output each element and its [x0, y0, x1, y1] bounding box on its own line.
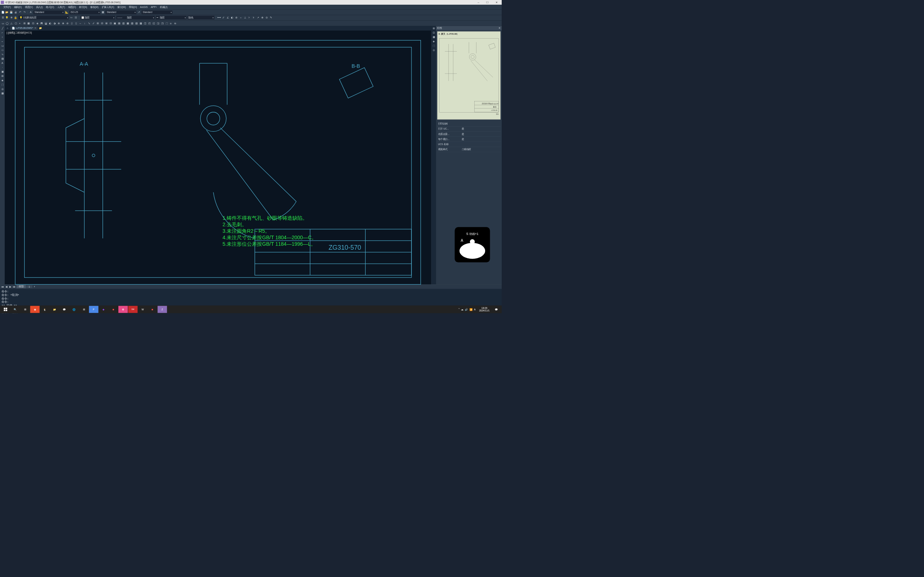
menu-draw[interactable]: 绘图(D) — [66, 5, 77, 9]
app-icon[interactable]: 🐧 — [40, 306, 50, 313]
plotstyle-dropdown[interactable]: 随色 — [187, 16, 215, 20]
palette-icon[interactable]: ⬚ — [432, 44, 435, 48]
prop-row[interactable]: UCS 名称 — [437, 142, 501, 147]
menu-app[interactable]: APP+ — [149, 6, 158, 9]
palette-icon[interactable]: ▦ — [432, 35, 435, 39]
mech-tool-icon[interactable]: ⍁ — [70, 21, 74, 25]
mech-tool-icon[interactable]: ▭ — [1, 21, 5, 25]
folder-icon[interactable]: 📁 — [39, 26, 43, 30]
maximize-button[interactable]: ☐ — [483, 0, 492, 5]
rectangle-icon[interactable]: ▭ — [0, 44, 4, 48]
mech-tool-icon[interactable]: ⊘ — [65, 21, 69, 25]
block-icon[interactable]: ▣ — [0, 69, 4, 74]
arc-icon[interactable]: ⌢ — [0, 40, 4, 44]
viewport-label[interactable]: [-][俯视][二维线框][WCS] — [6, 31, 32, 35]
mech-tool-icon[interactable]: ◈ — [35, 21, 39, 25]
dim-continue-icon[interactable]: ⊦ — [247, 16, 251, 19]
volume-icon[interactable]: 🔊 — [465, 308, 468, 311]
mech-tool-icon[interactable]: ↔ — [78, 21, 82, 25]
drawing-canvas[interactable]: ⌂ 📄 LJT05.08.DWG* ✕ 📁 [-][俯视][二维线框][WCS] — [5, 26, 431, 284]
mech-tool-icon[interactable]: ⊠ — [104, 21, 108, 25]
lineweight-dropdown[interactable]: ━随层 — [156, 16, 187, 20]
ime-icon[interactable]: A — [474, 308, 475, 311]
freeze-icon[interactable]: ❄ — [10, 16, 13, 19]
menu-file[interactable]: 文件(F) — [2, 5, 12, 9]
home-icon[interactable]: ⌂ — [5, 26, 10, 30]
text-style-icon[interactable]: A — [29, 10, 33, 15]
start-button[interactable] — [1, 306, 10, 313]
mech-tool-icon[interactable]: ⧉ — [173, 21, 177, 25]
mech-tool-icon[interactable]: ⊞ — [23, 21, 26, 25]
taskbar-clock[interactable]: 18:26 2024/11/1 — [477, 307, 491, 312]
system-tray[interactable]: ˄ ☁ 🔊 📶 A — [457, 308, 477, 311]
mleader-style-icon[interactable]: ↗ — [137, 10, 141, 15]
menu-format[interactable]: 格式(O) — [44, 5, 56, 9]
mech-tool-icon[interactable]: ⤢ — [91, 21, 95, 25]
mech-tool-icon[interactable]: ◳ — [160, 21, 164, 25]
prop-row[interactable]: 在原点显...是 — [437, 132, 501, 137]
mech-tool-icon[interactable]: ⊕ — [56, 21, 61, 25]
text-style-dropdown[interactable]: Standard — [33, 10, 65, 15]
menu-tools[interactable]: 工具(T) — [56, 5, 66, 9]
grid-icon[interactable]: ▦ — [0, 91, 4, 95]
line-icon[interactable]: ╱ — [0, 27, 4, 31]
prop-row[interactable]: 打印比例 — [437, 122, 501, 127]
ellipse-icon[interactable]: ⬭ — [0, 48, 4, 52]
menu-express[interactable]: 扩展工具(X) — [100, 5, 116, 9]
taskview-icon[interactable]: ⊞ — [20, 306, 30, 313]
search-icon[interactable]: 🔍 — [10, 306, 20, 313]
mech-tool-icon[interactable]: ▩ — [139, 21, 143, 25]
mech-tool-icon[interactable]: ⬓ — [44, 21, 48, 25]
prop-row[interactable]: 视觉样式二维线框 — [437, 147, 501, 152]
assistant-widget[interactable]: S 功德+1 A — [455, 227, 490, 262]
mech-tool-icon[interactable]: ◑ — [53, 21, 56, 25]
record-icon[interactable]: ⏺ — [148, 306, 157, 313]
minimize-button[interactable]: ─ — [474, 0, 483, 5]
redo-icon[interactable]: ↷ — [23, 10, 26, 15]
donut-icon[interactable]: ◎ — [0, 87, 4, 91]
mech-tool-icon[interactable]: ▣ — [113, 21, 117, 25]
mech-tool-icon[interactable]: ⊟ — [100, 21, 104, 25]
menu-insert[interactable]: 插入(I) — [34, 5, 44, 9]
open-icon[interactable]: 📂 — [5, 10, 9, 15]
mech-tool-icon[interactable]: △ — [10, 21, 13, 25]
spline-icon[interactable]: ∿ — [0, 53, 4, 56]
dim-aligned-icon[interactable]: ⤢ — [222, 16, 226, 19]
menu-view[interactable]: 视图(V) — [23, 5, 34, 9]
explorer-icon[interactable]: 📁 — [50, 306, 59, 313]
app-icon[interactable]: ✿ — [118, 306, 128, 313]
mech-tool-icon[interactable]: ⍂ — [74, 21, 78, 25]
dim-tolerance-icon[interactable]: ⊕ — [260, 16, 264, 19]
palette-icon[interactable]: ◈ — [432, 40, 435, 44]
undo-icon[interactable]: ↶ — [18, 10, 22, 15]
mech-tool-icon[interactable]: ◱ — [152, 21, 156, 25]
mech-tool-icon[interactable]: ⧈ — [169, 21, 173, 25]
tab-first-icon[interactable]: ⏮ — [1, 285, 4, 288]
dim-arc-icon[interactable]: ⌢ — [239, 16, 243, 19]
app-icon[interactable]: P — [89, 306, 98, 313]
wechat-icon[interactable]: 💬 — [60, 306, 69, 313]
mech-tool-icon[interactable]: ▦ — [27, 21, 31, 25]
menu-arcgis[interactable]: ArcGIS — [139, 6, 150, 9]
mech-tool-icon[interactable]: ⤡ — [87, 21, 91, 25]
dim-angular-icon[interactable]: ∠ — [226, 16, 230, 19]
dim-ordinate-icon[interactable]: ⊥ — [243, 16, 247, 19]
close-button[interactable]: ✕ — [492, 0, 501, 5]
prop-row[interactable]: 每个视口...是 — [437, 137, 501, 142]
zwcad-icon[interactable]: Z — [158, 306, 167, 313]
text-icon[interactable]: A — [0, 61, 4, 65]
mleader-style-dropdown[interactable]: Standard — [142, 10, 173, 15]
linetype-dropdown[interactable]: ───随层 — [116, 16, 155, 20]
mech-tool-icon[interactable]: ◰ — [147, 21, 151, 25]
dim-radius-icon[interactable]: ◐ — [230, 16, 234, 19]
record-icon[interactable]: ⏺ — [109, 306, 118, 313]
wps-icon[interactable]: W — [138, 306, 147, 313]
save-icon[interactable]: 💾 — [10, 10, 13, 15]
dim-center-icon[interactable]: ⊙ — [264, 16, 269, 19]
table-style-dropdown[interactable]: Standard — [105, 10, 137, 15]
mech-tool-icon[interactable]: ▦ — [126, 21, 130, 25]
table-style-icon[interactable]: ▦ — [101, 10, 105, 15]
notifications-icon[interactable]: 💬 — [492, 306, 501, 313]
solidworks-icon[interactable]: SW — [128, 306, 137, 313]
tray-up-icon[interactable]: ˄ — [458, 308, 460, 311]
